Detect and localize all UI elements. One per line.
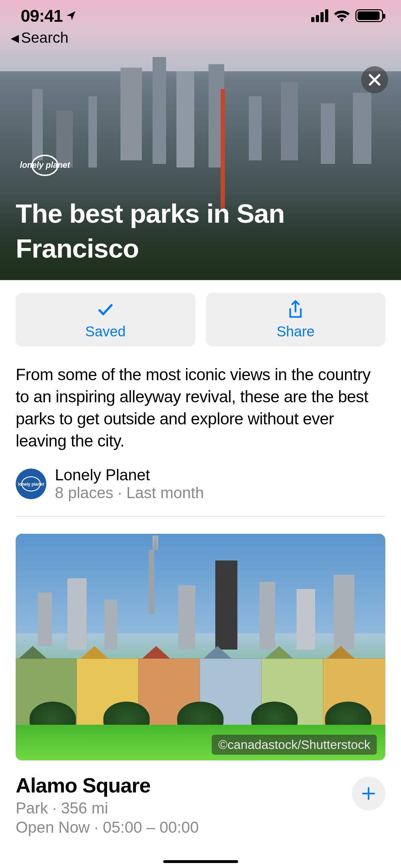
author-name: Lonely Planet bbox=[55, 466, 204, 484]
place-hours: Open Now · 05:00 – 00:00 bbox=[16, 818, 199, 836]
lonely-planet-logo: lonely planet bbox=[15, 155, 75, 176]
wifi-icon bbox=[333, 9, 350, 22]
place-name: Alamo Square bbox=[16, 773, 199, 797]
close-icon bbox=[367, 73, 382, 87]
content-area: Saved Share From some of the most iconic… bbox=[0, 280, 401, 849]
back-to-search-button[interactable]: ◀ Search bbox=[11, 29, 68, 46]
divider bbox=[16, 516, 385, 517]
saved-button[interactable]: Saved bbox=[16, 293, 195, 346]
share-icon bbox=[286, 300, 305, 319]
status-time: 09:41 bbox=[21, 6, 76, 26]
author-info: Lonely Planet 8 places · Last month bbox=[55, 466, 204, 502]
saved-label: Saved bbox=[85, 324, 125, 340]
clock-text: 09:41 bbox=[21, 6, 63, 26]
plus-icon bbox=[361, 786, 376, 801]
status-icons bbox=[311, 9, 383, 22]
page-title: The best parks in San Francisco bbox=[16, 196, 385, 266]
author-avatar: lonely planet bbox=[16, 469, 46, 499]
image-credit: ©canadastock/Shutterstock bbox=[212, 735, 377, 755]
author-meta: 8 places · Last month bbox=[55, 484, 204, 502]
status-bar: 09:41 bbox=[0, 0, 401, 31]
close-button[interactable] bbox=[361, 66, 388, 93]
place-meta: Park · 356 mi bbox=[16, 799, 199, 817]
checkmark-icon bbox=[96, 300, 115, 319]
guide-description: From some of the most iconic views in th… bbox=[16, 363, 385, 452]
back-label: Search bbox=[21, 29, 68, 46]
add-place-button[interactable] bbox=[352, 777, 385, 810]
place-info: Alamo Square Park · 356 mi Open Now · 05… bbox=[16, 773, 199, 836]
share-button[interactable]: Share bbox=[206, 293, 386, 346]
share-label: Share bbox=[277, 324, 315, 340]
battery-icon bbox=[355, 9, 383, 22]
author-row[interactable]: lonely planet Lonely Planet 8 places · L… bbox=[16, 466, 385, 502]
location-arrow-icon bbox=[66, 10, 76, 21]
place-image: ©canadastock/Shutterstock bbox=[16, 534, 385, 760]
action-row: Saved Share bbox=[16, 293, 385, 346]
back-triangle-icon: ◀ bbox=[11, 32, 19, 44]
place-card[interactable]: ©canadastock/Shutterstock Alamo Square P… bbox=[16, 534, 385, 836]
cellular-signal-icon bbox=[311, 9, 328, 22]
svg-text:lonely planet: lonely planet bbox=[18, 482, 44, 487]
home-indicator[interactable] bbox=[163, 860, 238, 863]
svg-text:lonely planet: lonely planet bbox=[20, 160, 71, 170]
